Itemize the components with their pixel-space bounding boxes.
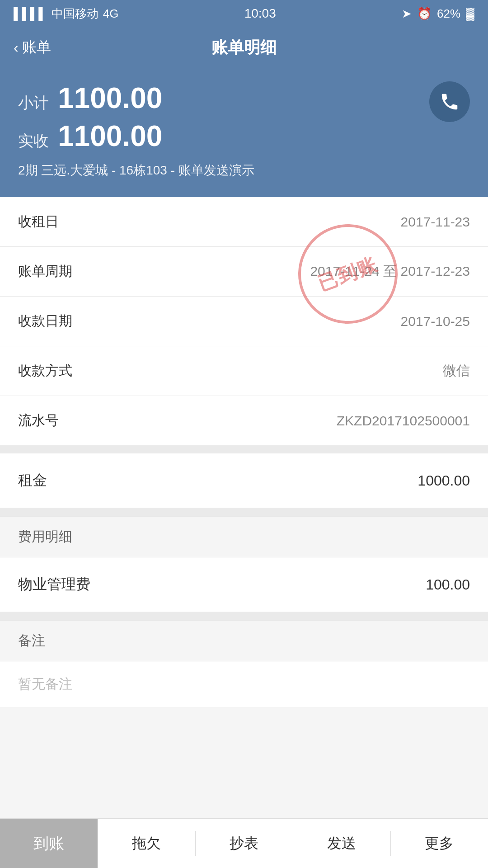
fee-item-label: 物业管理费 (18, 575, 90, 594)
info-row-value: 微信 (443, 362, 470, 380)
section-divider-3 (0, 612, 488, 620)
rent-label: 租金 (18, 471, 47, 491)
remarks-section-title: 备注 (18, 633, 45, 648)
status-left: ▌▌▌▌ 中国移动 4G (14, 6, 118, 22)
info-row-label: 收租日 (18, 212, 59, 231)
bottom-btn-arrived[interactable]: 到账 (0, 819, 98, 868)
info-row: 收租日 2017-11-23 (0, 197, 488, 247)
subtotal-value: 1100.00 (58, 81, 162, 115)
status-right: ➤ ⏰ 62% ▓ (402, 7, 474, 21)
alarm-icon: ⏰ (417, 7, 432, 21)
property-info: 2期 三远.大爱城 - 16栋103 - 账单发送演示 (18, 162, 470, 179)
bottom-btn-send[interactable]: 发送 (293, 819, 390, 868)
actual-row: 实收 1100.00 (18, 119, 470, 153)
rent-item-row: 租金 1000.00 (0, 453, 488, 508)
phone-button[interactable] (429, 81, 470, 122)
info-row-label: 收款方式 (18, 362, 72, 380)
fee-section-title: 费用明细 (18, 529, 72, 544)
remarks-section-header: 备注 (0, 620, 488, 661)
bottom-bar: 到账 拖欠 抄表 发送 更多 (0, 818, 488, 868)
network-type: 4G (103, 7, 119, 21)
info-row-value: ZKZD2017102500001 (337, 413, 470, 429)
status-bar: ▌▌▌▌ 中国移动 4G 10:03 ➤ ⏰ 62% ▓ (0, 0, 488, 27)
bottom-btn-more[interactable]: 更多 (390, 819, 488, 868)
fee-item-row: 物业管理费 100.00 (0, 557, 488, 612)
info-section: 已到账 收租日 2017-11-23 账单周期 2017-11-24 至 201… (0, 197, 488, 445)
battery-label: 62% (437, 7, 460, 21)
location-icon: ➤ (402, 7, 412, 21)
actual-label: 实收 (18, 131, 49, 151)
actual-value: 1100.00 (58, 119, 162, 153)
info-row-label: 流水号 (18, 411, 59, 430)
fee-items: 物业管理费 100.00 (0, 557, 488, 612)
status-time: 10:03 (244, 6, 276, 21)
header-section: 小计 1100.00 实收 1100.00 2期 三远.大爱城 - 16栋103… (0, 68, 488, 197)
rent-value: 1000.00 (418, 472, 470, 489)
info-row: 流水号 ZKZD2017102500001 (0, 396, 488, 445)
info-row-label: 账单周期 (18, 262, 72, 281)
info-row-value: 2017-11-23 (401, 214, 470, 230)
info-row: 收款方式 微信 (0, 346, 488, 396)
bottom-btn-meter[interactable]: 抄表 (195, 819, 293, 868)
page-bottom-spacer (0, 707, 488, 761)
info-row: 收款日期 2017-10-25 (0, 297, 488, 346)
back-label: 账单 (22, 38, 51, 57)
signal-icon: ▌▌▌▌ (14, 7, 47, 21)
fee-item-value: 100.00 (426, 576, 470, 593)
back-chevron-icon: ‹ (14, 39, 19, 56)
page-title: 账单明细 (211, 37, 277, 59)
phone-icon (439, 91, 460, 112)
info-row: 账单周期 2017-11-24 至 2017-12-23 (0, 247, 488, 297)
info-row-value: 2017-10-25 (401, 314, 470, 329)
fee-section-header: 费用明细 (0, 516, 488, 557)
info-row-value: 2017-11-24 至 2017-12-23 (310, 262, 470, 281)
bottom-btn-overdue[interactable]: 拖欠 (98, 819, 195, 868)
battery-icon: ▓ (466, 7, 474, 21)
carrier-label: 中国移动 (52, 6, 99, 22)
nav-bar: ‹ 账单 账单明细 (0, 27, 488, 68)
subtotal-label: 小计 (18, 93, 49, 113)
info-rows: 收租日 2017-11-23 账单周期 2017-11-24 至 2017-12… (0, 197, 488, 445)
section-divider-1 (0, 445, 488, 453)
section-divider-2 (0, 508, 488, 516)
info-row-label: 收款日期 (18, 312, 72, 330)
remarks-content: 暂无备注 (0, 661, 488, 707)
subtotal-row: 小计 1100.00 (18, 81, 470, 115)
back-button[interactable]: ‹ 账单 (14, 38, 51, 57)
remarks-empty-text: 暂无备注 (18, 676, 72, 691)
